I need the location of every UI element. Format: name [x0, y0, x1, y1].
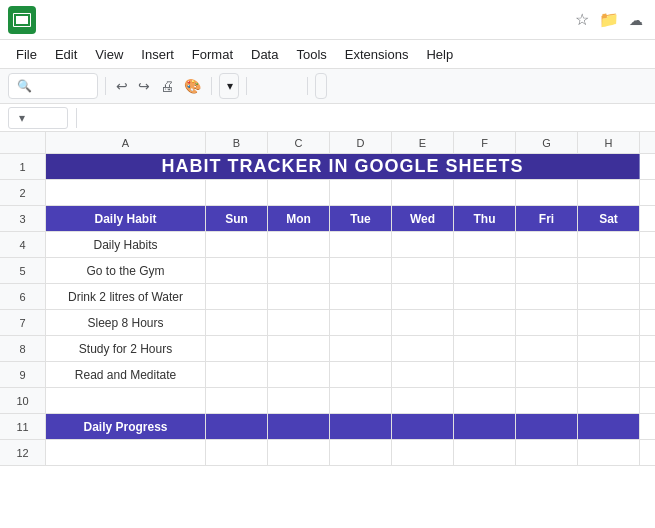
cell-c3[interactable]: Mon: [268, 206, 330, 231]
menu-extensions[interactable]: Extensions: [337, 45, 417, 64]
col-header-h[interactable]: H: [578, 132, 640, 153]
list-item[interactable]: [578, 232, 640, 257]
list-item[interactable]: [392, 362, 454, 387]
list-item[interactable]: [392, 258, 454, 283]
font-selector[interactable]: [315, 73, 327, 99]
list-item[interactable]: [578, 258, 640, 283]
cell-c2[interactable]: [268, 180, 330, 205]
list-item[interactable]: [268, 336, 330, 361]
list-item[interactable]: [206, 258, 268, 283]
cell-e11[interactable]: [392, 414, 454, 439]
col-header-g[interactable]: G: [516, 132, 578, 153]
cell-e3[interactable]: Wed: [392, 206, 454, 231]
list-item[interactable]: [330, 310, 392, 335]
cell-g10[interactable]: [516, 388, 578, 413]
menu-help[interactable]: Help: [418, 45, 461, 64]
list-item[interactable]: [578, 336, 640, 361]
list-item[interactable]: [578, 310, 640, 335]
list-item[interactable]: [268, 232, 330, 257]
cell-d3[interactable]: Tue: [330, 206, 392, 231]
list-item[interactable]: [578, 284, 640, 309]
list-item[interactable]: [206, 310, 268, 335]
cell-e12[interactable]: [392, 440, 454, 465]
cell-h10[interactable]: [578, 388, 640, 413]
list-item[interactable]: Go to the Gym: [46, 258, 206, 283]
cell-b10[interactable]: [206, 388, 268, 413]
list-item[interactable]: [392, 284, 454, 309]
formula-input[interactable]: [93, 110, 647, 125]
cell-f2[interactable]: [454, 180, 516, 205]
col-header-b[interactable]: B: [206, 132, 268, 153]
list-item[interactable]: [330, 362, 392, 387]
menu-tools[interactable]: Tools: [288, 45, 334, 64]
cell-f12[interactable]: [454, 440, 516, 465]
cell-h3[interactable]: Sat: [578, 206, 640, 231]
cell-f3[interactable]: Thu: [454, 206, 516, 231]
cell-b3[interactable]: Sun: [206, 206, 268, 231]
cell-d2[interactable]: [330, 180, 392, 205]
cell-b11[interactable]: [206, 414, 268, 439]
list-item[interactable]: [268, 310, 330, 335]
list-item[interactable]: Sleep 8 Hours: [46, 310, 206, 335]
cell-b12[interactable]: [206, 440, 268, 465]
list-item[interactable]: [392, 310, 454, 335]
cell-f10[interactable]: [454, 388, 516, 413]
zoom-control[interactable]: ▾: [219, 73, 239, 99]
menu-view[interactable]: View: [87, 45, 131, 64]
list-item[interactable]: [392, 336, 454, 361]
cell-d10[interactable]: [330, 388, 392, 413]
list-item[interactable]: [330, 232, 392, 257]
cell-b2[interactable]: [206, 180, 268, 205]
cell-g2[interactable]: [516, 180, 578, 205]
cell-g11[interactable]: [516, 414, 578, 439]
list-item[interactable]: [454, 258, 516, 283]
cell-d12[interactable]: [330, 440, 392, 465]
cell-c10[interactable]: [268, 388, 330, 413]
menu-data[interactable]: Data: [243, 45, 286, 64]
col-header-d[interactable]: D: [330, 132, 392, 153]
cell-a11[interactable]: Daily Progress: [46, 414, 206, 439]
cell-h12[interactable]: [578, 440, 640, 465]
list-item[interactable]: Drink 2 litres of Water: [46, 284, 206, 309]
cell-a12[interactable]: [46, 440, 206, 465]
list-item[interactable]: [454, 284, 516, 309]
cell-e10[interactable]: [392, 388, 454, 413]
list-item[interactable]: [206, 284, 268, 309]
list-item[interactable]: [454, 232, 516, 257]
menu-edit[interactable]: Edit: [47, 45, 85, 64]
list-item[interactable]: [516, 362, 578, 387]
list-item[interactable]: [268, 258, 330, 283]
col-header-e[interactable]: E: [392, 132, 454, 153]
list-item[interactable]: [578, 362, 640, 387]
list-item[interactable]: [454, 336, 516, 361]
cell-a10[interactable]: [46, 388, 206, 413]
list-item[interactable]: [268, 362, 330, 387]
cell-d11[interactable]: [330, 414, 392, 439]
list-item[interactable]: [516, 284, 578, 309]
list-item[interactable]: [330, 284, 392, 309]
list-item[interactable]: [454, 362, 516, 387]
menu-format[interactable]: Format: [184, 45, 241, 64]
list-item[interactable]: Study for 2 Hours: [46, 336, 206, 361]
sheet-title[interactable]: HABIT TRACKER IN GOOGLE SHEETS: [46, 154, 640, 179]
cell-h2[interactable]: [578, 180, 640, 205]
star-icon[interactable]: ☆: [575, 10, 589, 29]
cell-g12[interactable]: [516, 440, 578, 465]
cell-a2[interactable]: [46, 180, 206, 205]
paint-icon[interactable]: 🎨: [181, 76, 204, 96]
print-icon[interactable]: 🖨: [157, 76, 177, 96]
folder-icon[interactable]: 📁: [599, 10, 619, 29]
list-item[interactable]: [330, 258, 392, 283]
col-header-a[interactable]: A: [46, 132, 206, 153]
cell-f11[interactable]: [454, 414, 516, 439]
list-item[interactable]: [206, 362, 268, 387]
col-header-c[interactable]: C: [268, 132, 330, 153]
cell-c11[interactable]: [268, 414, 330, 439]
list-item[interactable]: [392, 232, 454, 257]
list-item[interactable]: [268, 284, 330, 309]
list-item[interactable]: [330, 336, 392, 361]
list-item[interactable]: [206, 232, 268, 257]
list-item[interactable]: Read and Meditate: [46, 362, 206, 387]
cell-reference-box[interactable]: ▾: [8, 107, 68, 129]
list-item[interactable]: [206, 336, 268, 361]
